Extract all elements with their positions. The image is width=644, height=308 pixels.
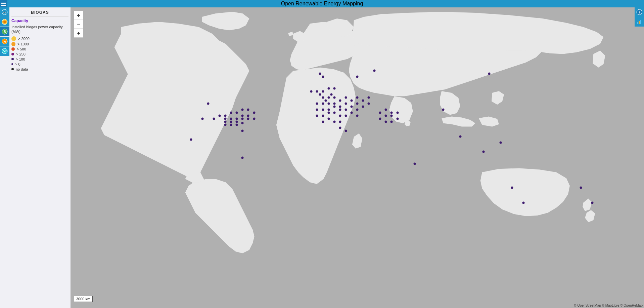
legend-item-label: > 500 [17, 47, 26, 51]
svg-rect-3 [639, 21, 640, 24]
legend-item-label: > 250 [16, 52, 26, 56]
legend-items: > 2000> 1000> 500> 250> 100> 0no data [11, 36, 68, 71]
legend-item: > 100 [11, 57, 68, 61]
scale-bar: 3000 km [74, 296, 93, 302]
sidebar-icon-strip: B H [0, 7, 9, 56]
sidebar: B H BIOGAS Capacity Installed biogas pow… [0, 7, 71, 308]
world-map [71, 7, 644, 308]
chart-button[interactable] [635, 17, 644, 27]
legend-dot [11, 58, 14, 60]
attribution: © OpenStreetMap © MapLibre © OpenReMap [574, 304, 643, 307]
legend-item-label: > 2000 [18, 37, 30, 41]
hydro-energy-button[interactable]: H [0, 37, 9, 46]
wave-energy-button[interactable] [0, 46, 9, 56]
legend-item: > 0 [11, 62, 68, 66]
svg-text:i: i [639, 10, 640, 14]
legend-dot [11, 42, 15, 46]
svg-rect-4 [640, 20, 641, 24]
legend-item-label: > 0 [15, 62, 20, 66]
legend-item-label: no data [16, 67, 28, 71]
legend-item: no data [11, 67, 68, 71]
map-controls: + − ◆ [74, 11, 83, 38]
legend-item: > 250 [11, 52, 68, 56]
legend-item: > 2000 [11, 36, 68, 41]
solar-energy-button[interactable] [0, 17, 9, 27]
legend-item: > 500 [11, 47, 68, 51]
zoom-out-button[interactable]: − [74, 20, 83, 29]
svg-point-6 [4, 12, 5, 13]
sidebar-content: BIOGAS Capacity Installed biogas power c… [9, 7, 71, 308]
legend-item: > 1000 [11, 42, 68, 46]
legend-item-label: > 1000 [17, 42, 29, 46]
app-title: Open Renewable Energy Mapping [281, 1, 363, 7]
svg-point-8 [3, 21, 6, 23]
legend-dot [11, 68, 14, 70]
map-container[interactable]: + − ◆ 3000 km © OpenStreetMap © MapLibre… [71, 7, 644, 308]
legend-dot [11, 53, 14, 55]
legend-dot [11, 47, 15, 51]
biogas-energy-button[interactable]: B [0, 27, 9, 36]
scale-label: 3000 km [76, 297, 90, 301]
legend-subtitle: Installed biogas power capacity (MW) [11, 25, 68, 34]
legend-item-label: > 100 [16, 57, 25, 61]
reset-view-button[interactable]: ◆ [74, 29, 83, 37]
wind-energy-button[interactable] [0, 7, 9, 17]
svg-rect-2 [637, 22, 638, 24]
svg-text:B: B [3, 30, 6, 34]
zoom-in-button[interactable]: + [74, 11, 83, 20]
legend-title: Capacity [11, 18, 68, 23]
menu-button[interactable] [0, 0, 7, 7]
legend-dot [11, 63, 13, 65]
legend-dot [11, 36, 16, 41]
right-toolbar: i [635, 7, 644, 27]
sidebar-header: BIOGAS [11, 10, 68, 16]
topbar: Open Renewable Energy Mapping [0, 0, 644, 7]
info-button[interactable]: i [635, 7, 644, 17]
svg-text:H: H [4, 40, 6, 43]
